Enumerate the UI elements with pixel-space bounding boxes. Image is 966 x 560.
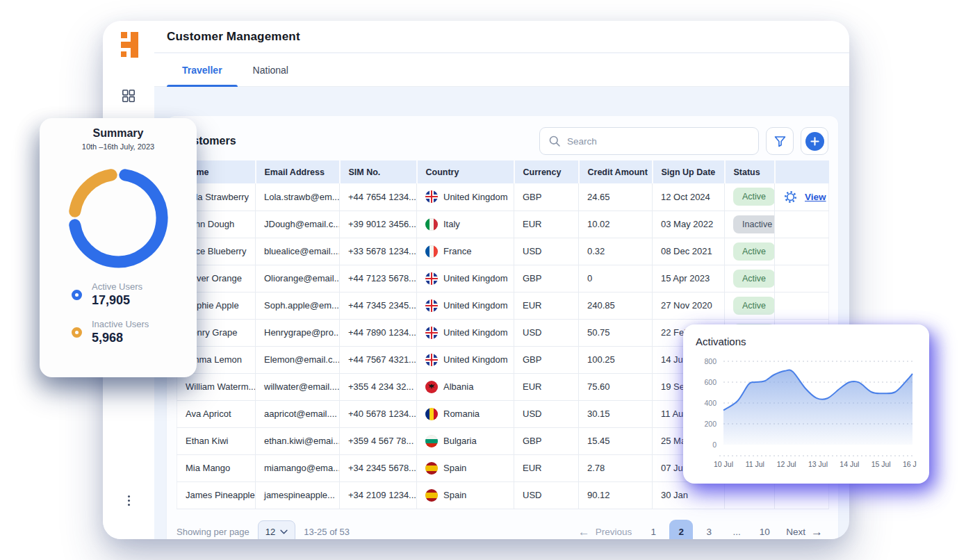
tab-traveller[interactable]: Traveller [167, 53, 238, 86]
cell-sim: +39 9012 3456... [340, 211, 417, 238]
svg-text:600: 600 [704, 378, 717, 386]
column-header-currency: Currency [514, 160, 579, 183]
page-size-select[interactable]: 12 [258, 520, 295, 540]
column-header-status: Status [725, 160, 775, 183]
cell-sim: +44 7567 4321... [340, 346, 417, 373]
svg-text:400: 400 [704, 399, 717, 407]
cell-currency: USD [514, 481, 579, 509]
albania-flag-icon [425, 381, 438, 393]
status-badge: Active [733, 297, 775, 315]
cell-credit-amount: 15.45 [579, 427, 653, 454]
cell-email: bluealice@email.... [256, 238, 340, 265]
status-badge: Active [733, 188, 775, 206]
cell-name: James Pineapple [177, 481, 256, 509]
page-title: Customer Management [167, 30, 300, 44]
tab-national[interactable]: National [238, 53, 304, 86]
column-header-credit-amount: Credit Amount [579, 160, 653, 183]
cell-status: Active [725, 238, 775, 265]
cell-actions [775, 265, 829, 292]
table-row: James Pineapplejamespineapple...+34 2109… [177, 481, 829, 509]
add-button[interactable] [801, 127, 828, 155]
view-link[interactable]: View [805, 192, 826, 202]
chevron-down-icon [280, 529, 288, 534]
plus-icon [805, 132, 824, 151]
active-users-value: 17,905 [92, 293, 142, 308]
france-flag-icon [425, 245, 438, 258]
next-button[interactable]: Next → [780, 526, 828, 538]
summary-title: Summary [93, 127, 144, 140]
status-badge: Inactive [733, 215, 775, 233]
search-input[interactable] [567, 136, 750, 147]
cell-email: miamango@ema... [256, 454, 340, 481]
gear-icon[interactable] [783, 190, 798, 204]
cell-credit-amount: 30.15 [579, 400, 653, 427]
cell-actions: View [775, 183, 829, 211]
cell-country: Italy [417, 211, 514, 238]
cell-name: Ava Apricot [177, 400, 256, 427]
cell-credit-amount: 0.32 [579, 238, 653, 265]
cell-status [725, 481, 775, 509]
cell-credit-amount: 0 [579, 265, 653, 292]
spain-flag-icon [425, 489, 438, 502]
cell-country: United Kingdom [417, 346, 514, 373]
page-button-2[interactable]: 2 [669, 520, 693, 540]
table-row: Alice Blueberrybluealice@email....+33 56… [177, 238, 829, 265]
page-button-3[interactable]: 3 [697, 520, 721, 540]
cell-status: Active [725, 183, 775, 211]
summary-date-range: 10th –16th July, 2023 [82, 142, 154, 151]
cell-sim: +44 7890 1234... [340, 319, 417, 346]
cell-sim: +34 2109 1234... [340, 481, 417, 509]
arrow-left-icon: ← [578, 526, 590, 538]
table-row: Lola StrawberryLola.strawb@em...+44 7654… [177, 183, 829, 211]
previous-label: Previous [596, 527, 632, 537]
arrow-right-icon: → [811, 526, 823, 538]
cell-actions [775, 481, 829, 509]
cell-email: willwater@email.... [256, 373, 340, 400]
tab-national-label: National [253, 65, 288, 76]
cell-currency: GBP [514, 346, 579, 373]
cell-actions [775, 211, 829, 238]
cell-country: Spain [417, 481, 514, 509]
cell-sim: +34 2345 5678... [340, 454, 417, 481]
column-header-country: Country [417, 160, 514, 183]
sidebar-item-dashboard[interactable] [120, 87, 138, 105]
svg-text:11 Jul: 11 Jul [746, 460, 764, 468]
svg-text:13 Jul: 13 Jul [808, 460, 828, 468]
cell-country: France [417, 238, 514, 265]
svg-text:14 Jul: 14 Jul [840, 460, 859, 468]
uk-flag-icon [425, 327, 438, 339]
table-row: Oliver OrangeOliorange@email...+44 7123 … [177, 265, 829, 292]
cell-email: JDough@email.c... [256, 211, 340, 238]
cell-currency: EUR [514, 292, 579, 319]
cell-sim: +44 7654 1234... [340, 183, 417, 211]
cell-credit-amount: 50.75 [579, 319, 653, 346]
cell-email: Henrygrape@pro... [256, 319, 340, 346]
column-header-email-address: Email Address [256, 160, 340, 183]
cell-actions [775, 238, 829, 265]
activations-card: Activations 020040060080010 Jul11 Jul12 … [683, 324, 929, 484]
pagination: Showing per page 12 13-25 of 53 ← Previo… [177, 515, 828, 540]
next-label: Next [786, 527, 805, 537]
cell-signup-date: 12 Oct 2024 [653, 183, 725, 211]
page-button-1[interactable]: 1 [641, 520, 665, 540]
search-box[interactable] [539, 127, 759, 155]
brand-logo[interactable] [116, 32, 141, 58]
uk-flag-icon [425, 190, 438, 203]
window-header: Customer Management [154, 21, 849, 53]
kebab-menu-icon[interactable] [128, 495, 130, 506]
cell-country: Spain [417, 454, 514, 481]
svg-text:15 Jul: 15 Jul [871, 460, 891, 468]
previous-button[interactable]: ← Previous [573, 526, 638, 538]
cell-email: Soph.apple@em... [256, 292, 340, 319]
svg-text:10 Jul: 10 Jul [714, 460, 733, 468]
cell-country: United Kingdom [417, 319, 514, 346]
cell-credit-amount: 24.65 [579, 183, 653, 211]
column-header-sim-no-: SIM No. [340, 160, 417, 183]
cell-currency: USD [514, 238, 579, 265]
activations-title: Activations [696, 336, 917, 347]
cell-signup-date: 03 May 2022 [653, 211, 725, 238]
page-button-10[interactable]: 10 [753, 520, 776, 540]
svg-text:12 Jul: 12 Jul [777, 460, 796, 468]
filter-button[interactable] [766, 127, 794, 155]
cell-status: Active [725, 265, 775, 292]
